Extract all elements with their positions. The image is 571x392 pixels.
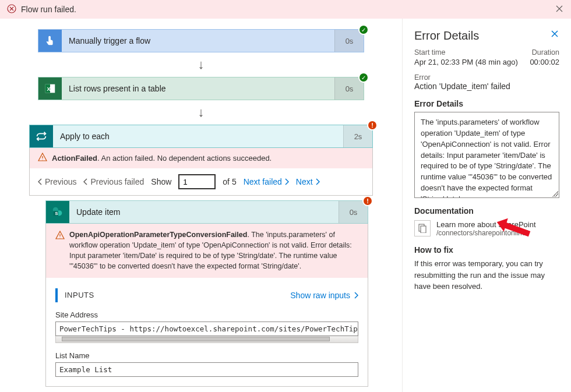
inner-error-text: OpenApiOperationParameterTypeConversionF… <box>69 229 358 272</box>
error-circle-icon <box>7 4 16 15</box>
step-title: List rows present in a table <box>62 77 334 100</box>
success-badge-icon <box>358 72 369 83</box>
error-label: Error <box>414 73 559 82</box>
pager-previous[interactable]: Previous <box>38 177 76 186</box>
doc-link[interactable]: Learn more about SharePoint <box>436 220 536 229</box>
step-apply-to-each: Apply to each 2s ActionFailed. An action… <box>29 125 373 387</box>
error-details-panel: Error Details Start time Duration Apr 21… <box>402 19 571 392</box>
step-title: Apply to each <box>53 125 343 147</box>
field-site-address: Site Address PowerTechTips - https://how… <box>55 310 358 343</box>
document-icon <box>414 220 431 236</box>
error-badge-icon <box>367 120 378 130</box>
step-list-rows[interactable]: X List rows present in a table 0s <box>38 77 364 100</box>
action-failed-text: ActionFailed. An action failed. No depen… <box>52 154 272 163</box>
step-title: Update item <box>69 201 339 223</box>
list-name-value[interactable]: Example List <box>55 362 358 377</box>
step-title: Manually trigger a flow <box>62 30 334 52</box>
warning-icon <box>38 153 47 164</box>
svg-text:X: X <box>47 86 51 92</box>
error-details-box[interactable]: The 'inputs.parameters' of workflow oper… <box>414 112 559 198</box>
site-address-value[interactable]: PowerTechTips - https://howtoexcel.share… <box>55 322 358 336</box>
site-address-label: Site Address <box>55 310 358 319</box>
arrow-down-icon: ↓ <box>24 57 378 72</box>
success-badge-icon <box>358 24 369 35</box>
error-value: Action 'Update_item' failed <box>414 82 559 91</box>
duration-label: Duration <box>532 48 559 56</box>
pager-index-input[interactable] <box>178 174 216 189</box>
step-trigger[interactable]: Manually trigger a flow 0s <box>38 29 364 52</box>
svg-rect-9 <box>421 226 426 233</box>
inner-error-bar: OpenApiOperationParameterTypeConversionF… <box>46 224 368 278</box>
field-list-name: List Name Example List <box>55 351 358 377</box>
arrow-down-icon: ↓ <box>24 105 378 120</box>
doc-path: /connectors/sharepointonline/ <box>436 229 536 237</box>
loop-icon <box>30 125 53 147</box>
action-failed-bar: ActionFailed. An action failed. No depen… <box>29 148 373 168</box>
start-time-value: Apr 21, 02:33 PM (48 min ago) <box>414 58 518 66</box>
warning-icon <box>55 231 65 272</box>
error-box-title: Error Details <box>414 99 559 108</box>
pager: Previous Previous failed Show of 5 Next … <box>29 168 373 196</box>
inputs-heading: INPUTS <box>65 291 94 299</box>
sharepoint-icon: S <box>46 201 69 223</box>
documentation-heading: Documentation <box>414 206 559 216</box>
close-panel-icon[interactable] <box>550 29 559 41</box>
close-icon[interactable] <box>555 4 564 15</box>
start-time-label: Start time <box>414 48 446 56</box>
pager-next-failed[interactable]: Next failed <box>244 177 289 186</box>
step-update-item: S Update item 0s OpenApiOperationParamet… <box>45 200 368 387</box>
pager-show-label: Show <box>151 177 171 186</box>
show-raw-inputs[interactable]: Show raw inputs <box>290 291 358 300</box>
touch-icon <box>38 30 62 52</box>
pager-of-label: of 5 <box>223 177 236 186</box>
excel-icon: X <box>38 77 62 100</box>
resize-handle-icon[interactable] <box>552 191 558 197</box>
error-banner: Flow run failed. <box>0 0 571 19</box>
panel-title: Error Details <box>414 29 559 43</box>
svg-text:S: S <box>55 211 58 216</box>
update-header[interactable]: S Update item 0s <box>45 200 368 224</box>
pager-previous-failed[interactable]: Previous failed <box>83 177 144 186</box>
how-to-fix-text: If this error was temporary, you can try… <box>414 258 559 292</box>
duration-value: 00:00:02 <box>530 58 559 66</box>
flow-canvas: Manually trigger a flow 0s ↓ X List rows… <box>0 19 402 392</box>
how-to-fix-heading: How to fix <box>414 245 559 255</box>
apply-header[interactable]: Apply to each 2s <box>29 125 373 148</box>
inputs-block: INPUTS Show raw inputs <box>55 288 358 302</box>
pager-next[interactable]: Next <box>296 177 320 186</box>
horizontal-scrollbar[interactable] <box>55 336 358 343</box>
list-name-label: List Name <box>55 351 358 360</box>
banner-text: Flow run failed. <box>21 5 76 14</box>
error-badge-icon <box>362 196 373 206</box>
